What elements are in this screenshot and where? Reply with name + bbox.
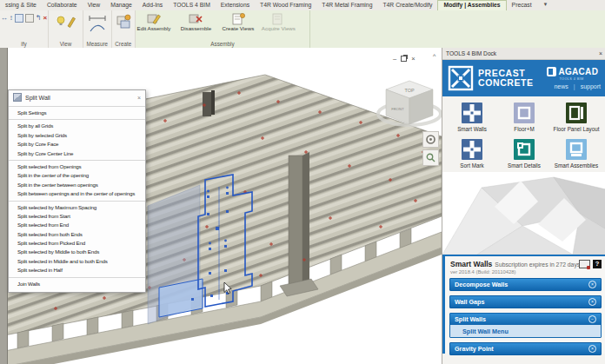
- grid-icon[interactable]: [15, 14, 23, 23]
- view-tools-icons[interactable]: [49, 10, 83, 33]
- panel-modify: ↔ ↕ ↰ × ify: [0, 10, 49, 48]
- disassemble-button[interactable]: Disassemble: [176, 12, 216, 32]
- collapse-icon[interactable]: ×: [588, 281, 596, 288]
- split-wall-menu-header: Split Wall ×: [9, 90, 145, 104]
- minimize-view-icon[interactable]: –: [393, 55, 396, 63]
- tab-t4r-create-modify[interactable]: T4R Create/Modify: [377, 0, 437, 10]
- menu-item[interactable]: Split selected in Middle and to both End…: [9, 257, 145, 266]
- smart-walls-section: Smart WallsSubscription expires in 272 d…: [442, 255, 605, 354]
- collapse-icon[interactable]: ×: [588, 298, 596, 306]
- ribbon-state-caret-icon[interactable]: ▾: [537, 0, 550, 10]
- expanded-icon[interactable]: −: [588, 315, 596, 323]
- menu-separator: [9, 106, 145, 107]
- create-views-button[interactable]: Create Views: [220, 12, 256, 32]
- tab-manage[interactable]: Manage: [105, 0, 137, 10]
- floor-panel-layout-icon: [566, 103, 587, 123]
- disassemble-icon: [189, 12, 203, 25]
- menu-item[interactable]: Split selected from End: [9, 221, 145, 229]
- close-view-icon[interactable]: ×: [411, 55, 415, 63]
- app-smart-assemblies[interactable]: Smart Assemblies: [550, 139, 602, 169]
- close-dock-icon[interactable]: ×: [599, 50, 602, 56]
- tab-t4r-wood-framing[interactable]: T4R Wood Framing: [255, 0, 316, 10]
- app-floor-m[interactable]: Floor+M: [498, 103, 550, 132]
- app-label: Smart Details: [508, 162, 541, 169]
- menu-item[interactable]: Split selected from both Ends: [9, 230, 145, 239]
- support-link[interactable]: support: [581, 83, 601, 89]
- dock-title: TOOLS 4 BIM Dock: [446, 50, 496, 56]
- license-icon[interactable]: [579, 260, 590, 268]
- menu-item[interactable]: Split by Core Center Line: [9, 149, 145, 158]
- steering-wheel-icon[interactable]: [422, 131, 439, 148]
- menu-item-split-settings[interactable]: Split Settings: [9, 109, 145, 117]
- measure-tools-icons[interactable]: [83, 10, 110, 35]
- wall-gaps-bar[interactable]: Wall Gaps ×: [449, 295, 602, 308]
- create-views-label: Create Views: [223, 26, 255, 32]
- menu-item[interactable]: Split selected from Start: [9, 212, 145, 221]
- trim-icon[interactable]: [25, 14, 34, 23]
- tab-extensions[interactable]: Extensions: [216, 0, 255, 10]
- create-tools-icons[interactable]: [112, 10, 135, 35]
- help-icon[interactable]: ?: [593, 260, 602, 268]
- split-wall-menu-item[interactable]: Split Wall Menu: [450, 325, 601, 337]
- sort-mark-icon: [462, 139, 482, 160]
- tab-precast[interactable]: Precast: [507, 0, 537, 10]
- brand-line2: CONCRETE: [478, 78, 534, 88]
- news-link[interactable]: news: [554, 83, 568, 89]
- collapse-icon[interactable]: ×: [588, 345, 596, 353]
- menu-item[interactable]: Split selected from Picked End: [9, 239, 145, 248]
- tab-add-ins[interactable]: Add-Ins: [137, 0, 168, 10]
- links-separator: |: [574, 83, 575, 89]
- menu-item[interactable]: Split selected in Half: [9, 266, 145, 275]
- decompose-walls-bar[interactable]: Decompose Walls ×: [449, 278, 602, 291]
- menu-item[interactable]: Split selected by Middle to both Ends: [9, 248, 145, 256]
- app-label: Floor Panel Layout: [554, 126, 600, 132]
- app-floor-panel-layout[interactable]: Floor Panel Layout: [550, 103, 602, 132]
- tab-massing-site[interactable]: ssing & Site: [0, 0, 42, 10]
- align-icon[interactable]: ↕: [10, 15, 13, 22]
- app-sort-mark[interactable]: Sort Mark: [446, 139, 498, 169]
- acquire-views-label: Acquire Views: [262, 26, 296, 32]
- app-smart-details[interactable]: Smart Details: [498, 139, 550, 169]
- offset-icon[interactable]: ↰: [36, 15, 42, 22]
- panel-assembly: Edit Assembly Disassemble: [136, 10, 310, 48]
- scroll-up-icon[interactable]: ^: [433, 53, 435, 59]
- viewcube-front-label[interactable]: FRONT: [391, 107, 404, 111]
- menu-item[interactable]: Split by all Grids: [9, 122, 145, 130]
- modify-tools-icons[interactable]: ↔ ↕ ↰ ×: [0, 10, 48, 23]
- menu-item[interactable]: Split in the center between openings: [9, 181, 145, 189]
- acquire-views-button: Acquire Views: [260, 12, 296, 32]
- tab-view[interactable]: View: [83, 0, 106, 10]
- menu-item[interactable]: Split selected from Openings: [9, 162, 145, 171]
- app-label: Smart Walls: [457, 126, 487, 132]
- panel-measure: Measure: [83, 10, 111, 48]
- tab-t4r-metal-framing[interactable]: T4R Metal Framing: [316, 0, 377, 10]
- tab-modify-assemblies[interactable]: Modify | Assemblies: [437, 0, 506, 10]
- smart-walls-icon: [462, 103, 482, 123]
- menu-separator: [9, 201, 145, 202]
- panel-create-label: Create: [112, 41, 135, 47]
- restore-view-icon[interactable]: [401, 56, 407, 62]
- viewcube-top-label[interactable]: TOP: [404, 88, 415, 93]
- tab-tools-4-bim[interactable]: TOOLS 4 BIM: [168, 0, 216, 10]
- bar-label: Gravity Point: [455, 345, 494, 353]
- gravity-point-bar[interactable]: Gravity Point ×: [449, 342, 602, 355]
- zoom-icon[interactable]: [422, 149, 439, 166]
- panel-measure-label: Measure: [83, 41, 110, 47]
- edit-assembly-button[interactable]: Edit Assembly: [136, 12, 172, 32]
- move-icon[interactable]: ↔: [1, 15, 8, 22]
- floor-m-icon: [514, 103, 535, 123]
- split-walls-bar[interactable]: Split Walls −: [450, 314, 601, 325]
- menu-item[interactable]: Split by Core Face: [9, 140, 145, 149]
- menu-item[interactable]: Split between openings and in the center…: [9, 189, 145, 198]
- menu-title: Split Wall: [25, 95, 50, 101]
- menu-item[interactable]: Split in the center of the opening: [9, 171, 145, 180]
- subscription-status: Subscription expires in 272 days: [495, 261, 580, 268]
- tab-collaborate[interactable]: Collaborate: [42, 0, 83, 10]
- delete-icon[interactable]: ×: [43, 15, 47, 22]
- menu-item[interactable]: Split selected by Maximum Spacing: [9, 203, 145, 212]
- app-smart-walls[interactable]: Smart Walls: [446, 103, 498, 132]
- menu-item-join-walls[interactable]: Join Walls: [9, 280, 145, 288]
- menu-item[interactable]: Split by selected Grids: [9, 131, 145, 140]
- section-title: Smart Walls: [450, 260, 492, 268]
- close-menu-icon[interactable]: ×: [137, 95, 141, 101]
